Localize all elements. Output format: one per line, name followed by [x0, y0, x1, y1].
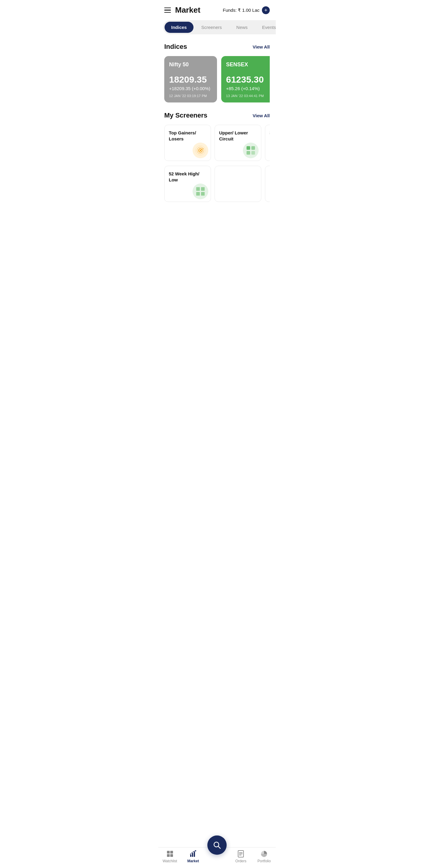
screener-cards-row2: 52 Week High/ Low Premium / Discount — [164, 166, 270, 203]
tabs-container: Indices Screeners News Events IPO — [158, 18, 276, 37]
tabs-row: Indices Screeners News Events IPO — [163, 20, 276, 34]
3d-runners-label: 3D Positive/ Negative Runners — [270, 130, 270, 148]
52week-label: 52 Week High/ Low — [169, 171, 207, 183]
sensex-name: SENSEX — [226, 61, 269, 68]
menu-icon[interactable] — [164, 7, 171, 13]
header: Market Funds: ₹ 1.00 Lac + — [158, 0, 276, 18]
screener-card-top-gainers[interactable]: Top Gainers/ Losers — [164, 125, 211, 161]
index-card-sensex[interactable]: SENSEX 61235.30 +85.26 (+0.14%) 13 JAN '… — [221, 56, 270, 102]
index-card-nifty50[interactable]: Nifty 50 18209.35 +18209.35 (+0.00%) 12 … — [164, 56, 217, 102]
screeners-title: My Screeners — [164, 112, 207, 119]
nifty50-time: 12 JAN '22 03:19:17 PM — [169, 94, 212, 98]
indices-section: Indices View All Nifty 50 18209.35 +1820… — [158, 37, 276, 107]
header-left: Market — [164, 5, 200, 15]
nifty50-change: +18209.35 (+0.00%) — [169, 86, 212, 91]
header-right: Funds: ₹ 1.00 Lac + — [223, 6, 270, 14]
svg-rect-5 — [247, 146, 250, 150]
screener-card-upper-lower[interactable]: Upper/ Lower Circuit — [215, 125, 261, 161]
svg-rect-13 — [201, 187, 205, 191]
nifty50-value: 18209.35 — [169, 74, 212, 85]
sensex-value: 61235.30 — [226, 74, 269, 85]
upper-lower-label: Upper/ Lower Circuit — [219, 130, 257, 142]
svg-rect-15 — [201, 192, 205, 195]
circuit-icon — [243, 143, 258, 158]
tab-screeners[interactable]: Screeners — [195, 22, 228, 33]
svg-rect-14 — [196, 192, 200, 195]
screener-card-middle[interactable] — [215, 166, 261, 202]
tab-events[interactable]: Events — [255, 22, 276, 33]
svg-rect-12 — [196, 187, 200, 191]
screener-cards-row1: Top Gainers/ Losers Upper/ Lower Circuit — [164, 125, 270, 162]
screeners-section-header: My Screeners View All — [164, 112, 270, 119]
indices-view-all[interactable]: View All — [253, 44, 270, 50]
svg-rect-8 — [251, 151, 255, 155]
premium-discount-label: Premium / Discount — [270, 171, 270, 183]
screeners-view-all[interactable]: View All — [253, 113, 270, 118]
index-cards: Nifty 50 18209.35 +18209.35 (+0.00%) 12 … — [164, 56, 270, 104]
svg-rect-7 — [247, 151, 250, 155]
add-funds-button[interactable]: + — [262, 6, 270, 14]
tab-news[interactable]: News — [230, 22, 254, 33]
indices-section-header: Indices View All — [164, 43, 270, 51]
sensex-change: +85.26 (+0.14%) — [226, 86, 269, 91]
screener-card-3d-runners[interactable]: 3D Positive/ Negative Runners — [265, 125, 270, 161]
top-gainers-label: Top Gainers/ Losers — [169, 130, 207, 142]
radar-icon — [193, 143, 208, 158]
sensex-time: 13 JAN '22 03:44:41 PM — [226, 94, 269, 98]
screeners-section: My Screeners View All Top Gainers/ Loser… — [158, 107, 276, 206]
svg-rect-6 — [251, 146, 255, 150]
grid-icon — [193, 184, 208, 199]
funds-label: Funds: ₹ 1.00 Lac — [223, 7, 259, 13]
page-title: Market — [175, 5, 200, 15]
indices-title: Indices — [164, 43, 187, 51]
tab-indices[interactable]: Indices — [164, 22, 193, 33]
screener-card-52week[interactable]: 52 Week High/ Low — [164, 166, 211, 202]
screener-card-premium-discount[interactable]: Premium / Discount — [265, 166, 270, 202]
nifty50-name: Nifty 50 — [169, 61, 212, 68]
